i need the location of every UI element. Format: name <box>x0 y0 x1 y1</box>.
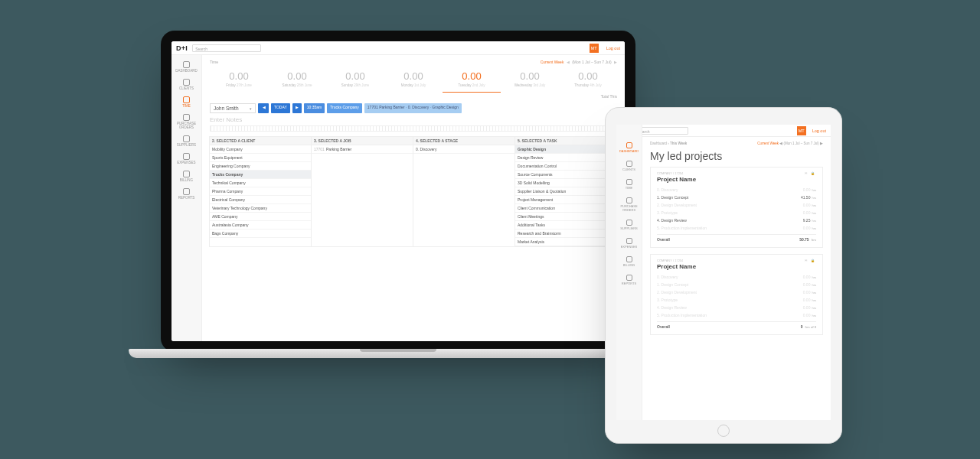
day-wednesday[interactable]: 0.00Wednesday 3rd July <box>501 69 559 93</box>
list-item[interactable]: Documentation Control <box>515 162 616 171</box>
sidebar-item-dashboard[interactable]: DASHBOARD <box>616 138 642 157</box>
day-monday[interactable]: 0.00Monday 1st July <box>384 69 443 93</box>
stage-row[interactable]: 3. Prototype0.00hrs <box>657 209 816 216</box>
sidebar-item-expenses[interactable]: EXPENSES <box>616 234 642 252</box>
sidebar-item-time[interactable]: TIME <box>172 93 201 111</box>
search-input[interactable]: Search <box>192 44 261 52</box>
task-chip[interactable]: 17701 Parking Barrier · 0. Discovery · G… <box>364 103 462 113</box>
card-action-icons[interactable]: ✉ 🔒 <box>805 171 816 175</box>
sidebar-item-expenses[interactable]: EXPENSES <box>172 150 201 168</box>
list-item[interactable]: Mobility Company <box>210 145 311 154</box>
list-item[interactable]: Graphic Design <box>515 145 616 154</box>
notes-input[interactable]: Enter Notes <box>210 116 617 123</box>
list-item[interactable]: Australasia Company <box>210 221 311 230</box>
list-item[interactable]: Electrical Company <box>210 196 311 204</box>
sidebar-item-purchase-orders[interactable]: PURCHASE ORDERS <box>616 194 642 216</box>
list-item[interactable]: Source Components <box>515 171 616 179</box>
stage-row[interactable]: 5. Production Implementation0.00hrs <box>657 224 816 232</box>
today-button[interactable]: TODAY <box>271 103 290 113</box>
day-label: Monday 1st July <box>384 83 443 87</box>
sidebar-item-suppliers[interactable]: SUPPLIERS <box>172 132 201 150</box>
list-item[interactable]: 17701Parking Barrier <box>312 145 413 154</box>
list-item[interactable]: Design Review <box>515 154 616 162</box>
list-item[interactable]: Client Meetings <box>515 213 616 221</box>
sidebar-item-reports[interactable]: REPORTS <box>172 185 201 203</box>
total-row: Total This <box>210 94 617 99</box>
day-label: Thursday 4th July <box>559 83 617 87</box>
timeline-ruler[interactable] <box>210 125 617 132</box>
list-item[interactable]: 0. Discovery <box>413 145 514 154</box>
sidebar-item-billing[interactable]: BILLING <box>616 252 642 271</box>
day-label: Sunday 29th June <box>326 83 384 87</box>
current-week-label[interactable]: Current Week <box>541 60 564 64</box>
column-c3: 4. SELECTED A STAGE0. Discovery <box>413 136 515 247</box>
job-chip[interactable]: Trucks Company <box>327 103 362 113</box>
overall-row: Overall50.75 hrs <box>657 234 816 243</box>
list-item[interactable]: Trucks Company <box>210 171 311 179</box>
sidebar-item-time[interactable]: TIME <box>616 175 642 194</box>
stage-row[interactable]: 2. Design Development0.00hrs <box>657 288 816 296</box>
stage-row[interactable]: 2. Design Development0.00hrs <box>657 201 816 209</box>
list-item[interactable]: Project Management <box>515 196 616 204</box>
stage-row[interactable]: 0. Discovery0.00hrs <box>657 186 816 194</box>
list-item[interactable]: AME Company <box>210 213 311 221</box>
list-item[interactable]: Pharma Company <box>210 187 311 196</box>
logout-link[interactable]: Log out <box>812 129 826 133</box>
logout-link[interactable]: Log out <box>606 46 620 50</box>
tablet-main: Dashboard › This Week Current Week ◀ (Mo… <box>642 137 831 420</box>
sidebar-item-reports[interactable]: REPORTS <box>616 271 642 289</box>
stage-row[interactable]: 1. Design Concept0.00hrs <box>657 281 816 288</box>
time-chip[interactable]: 10:35am <box>304 103 325 113</box>
day-friday[interactable]: 0.00Friday 27th June <box>210 69 268 93</box>
week-range-text: (Mon 1 Jul – Sun 7 Jul) <box>783 142 818 145</box>
avatar[interactable]: MT <box>797 126 806 135</box>
sidebar-item-purchase-orders[interactable]: PURCHASE ORDERS <box>172 111 201 132</box>
day-sunday[interactable]: 0.00Sunday 29th June <box>326 69 384 93</box>
current-week-label[interactable]: Current Week <box>757 142 779 145</box>
breadcrumb[interactable]: Dashboard › This Week <box>650 142 687 145</box>
sidebar-item-clients[interactable]: CLIENTS <box>616 157 642 175</box>
app-header: D+I Search MT Log out <box>172 41 625 55</box>
sidebar-item-suppliers[interactable]: SUPPLIERS <box>616 216 642 234</box>
list-item[interactable]: Technikal Company <box>210 179 311 187</box>
selection-columns: 2. SELECTED A CLIENTMobility CompanySpor… <box>210 136 617 247</box>
stage-row[interactable]: 1. Design Concept41.50hrs <box>657 194 816 201</box>
day-saturday[interactable]: 0.00Saturday 28th June <box>268 69 326 93</box>
tablet-home-button[interactable] <box>717 425 730 437</box>
tablet-device: D+I Search MT Log out DASHBOARDCLIENTSTI… <box>605 107 842 444</box>
column-header: 3. SELECTED A JOB <box>312 137 413 145</box>
list-item[interactable]: Veterinary Technology Company <box>210 204 311 213</box>
day-tuesday[interactable]: 0.00Tuesday 2nd July <box>443 69 501 93</box>
tablet-breadcrumb: Dashboard › This Week Current Week ◀ (Mo… <box>650 140 823 147</box>
list-item[interactable]: Engineering Company <box>210 162 311 171</box>
list-item[interactable]: Research and Brainstorm <box>515 230 616 238</box>
next-day-button[interactable]: ▶ <box>292 103 302 113</box>
project-name[interactable]: Project Name <box>657 176 816 183</box>
sidebar-item-clients[interactable]: CLIENTS <box>172 76 201 93</box>
search-input[interactable]: Search <box>635 127 688 135</box>
sidebar-item-dashboard[interactable]: DASHBOARD <box>172 58 201 76</box>
prev-day-button[interactable]: ◀ <box>258 103 269 113</box>
stage-row[interactable]: 4. Design Review0.00hrs <box>657 304 816 311</box>
nav-icon <box>626 238 632 244</box>
list-item[interactable]: Market Analysis <box>515 238 616 246</box>
stage-row[interactable]: 0. Discovery0.00hrs <box>657 273 816 281</box>
list-item[interactable]: Bags Company <box>210 230 311 238</box>
day-thursday[interactable]: 0.00Thursday 4th July <box>559 69 617 93</box>
stage-row[interactable]: 5. Production Implementation0.00hrs <box>657 311 816 319</box>
stage-row[interactable]: 4. Design Review9.25hrs <box>657 216 816 224</box>
project-meta: COMPANY / 17204 <box>657 259 683 262</box>
project-name[interactable]: Project Name <box>657 263 816 270</box>
project-card: COMPANY / 17204✉ 🔒Project Name0. Discove… <box>650 254 823 335</box>
list-item[interactable]: Supplier Liaison & Quotation <box>515 187 616 196</box>
avatar[interactable]: MT <box>590 44 599 53</box>
day-value: 0.00 <box>326 70 384 82</box>
list-item[interactable]: 3D Solid Modelling <box>515 179 616 187</box>
stage-row[interactable]: 3. Prototype0.00hrs <box>657 296 816 304</box>
card-action-icons[interactable]: ✉ 🔒 <box>805 259 816 262</box>
sidebar-item-billing[interactable]: BILLING <box>172 168 201 185</box>
user-select[interactable]: John Smith <box>210 103 256 113</box>
list-item[interactable]: Sports Equipment <box>210 154 311 162</box>
list-item[interactable]: Additional Tasks <box>515 221 616 230</box>
list-item[interactable]: Client Communication <box>515 204 616 213</box>
